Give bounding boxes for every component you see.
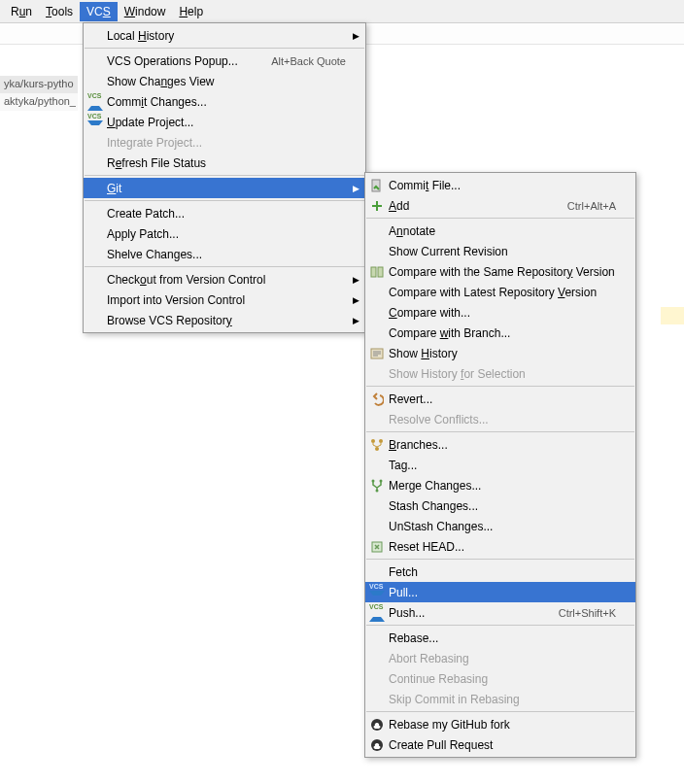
vcs-menu-item-apply-patch[interactable]: Apply Patch... <box>84 223 365 244</box>
vcs-menu-item-vcs-operations-popup[interactable]: VCS Operations Popup...Alt+Back Quote <box>84 51 365 71</box>
menu-item-label: Compare with Latest Repository Version <box>389 286 616 299</box>
git-menu-item-compare-with-latest-repository-version[interactable]: Compare with Latest Repository Version <box>365 282 635 302</box>
git-menu-item-pull[interactable]: VCSPull... <box>365 582 635 602</box>
vcs-menu-item-import-into-version-control[interactable]: Import into Version Control▶ <box>84 290 365 310</box>
submenu-arrow-icon: ▶ <box>353 295 359 305</box>
menu-item-label: Shelve Changes... <box>107 248 346 261</box>
svg-point-8 <box>380 479 383 482</box>
menu-item-label: Skip Commit in Rebasing <box>389 693 616 706</box>
menu-separator <box>366 711 634 712</box>
menu-item-label: Rebase my GitHub fork <box>389 718 616 732</box>
menu-item-label: Tag... <box>389 459 616 472</box>
file-tab[interactable]: aktyka/python_ <box>0 93 78 111</box>
vcs-menu-item-refresh-file-status[interactable]: Refresh File Status <box>84 153 365 173</box>
menubar-item-help[interactable]: Help <box>172 2 210 21</box>
git-menu-item-push[interactable]: VCSPush...Ctrl+Shift+K <box>365 602 635 623</box>
menu-item-label: Push... <box>389 606 559 620</box>
vcs-menu-item-git[interactable]: Git▶ <box>84 178 365 198</box>
menu-item-label: Commit Changes... <box>107 95 346 109</box>
menu-item-label: Annotate <box>389 224 616 238</box>
vcs-menu-item-show-changes-view[interactable]: Show Changes View <box>84 71 365 91</box>
svg-point-4 <box>371 439 375 443</box>
git-menu-item-rebase[interactable]: Rebase... <box>365 628 635 648</box>
git-menu-item-abort-rebasing: Abort Rebasing <box>365 648 635 668</box>
pull-icon: VCS <box>369 583 385 601</box>
vcs-menu-item-checkout-from-version-control[interactable]: Checkout from Version Control▶ <box>84 269 365 290</box>
menu-item-label: Revert... <box>389 392 616 406</box>
svg-point-7 <box>372 479 375 482</box>
menu-item-label: Show History for Selection <box>389 367 616 381</box>
vcs-menu-item-browse-vcs-repository[interactable]: Browse VCS Repository▶ <box>84 310 365 330</box>
menubar: RunToolsVCSWindowHelp <box>0 0 684 23</box>
menu-item-label: Compare with Branch... <box>389 326 616 340</box>
merge-icon <box>370 479 384 493</box>
git-menu-item-rebase-my-github-fork[interactable]: Rebase my GitHub fork <box>365 714 635 734</box>
menu-separator <box>366 559 634 560</box>
compare-icon <box>370 265 384 279</box>
git-menu-item-add[interactable]: AddCtrl+Alt+A <box>365 195 635 216</box>
menubar-item-vcs[interactable]: VCS <box>80 2 118 21</box>
vcs-menu-item-commit-changes[interactable]: VCSCommit Changes... <box>84 91 365 112</box>
reset-icon <box>370 540 384 554</box>
submenu-arrow-icon: ▶ <box>353 184 359 193</box>
menu-separator <box>366 625 634 626</box>
git-menu-item-compare-with[interactable]: Compare with... <box>365 302 635 323</box>
revert-icon <box>370 392 384 406</box>
vcs-menu-item-create-patch[interactable]: Create Patch... <box>84 203 365 223</box>
menu-item-label: Branches... <box>389 438 616 452</box>
git-menu-item-skip-commit-in-rebasing: Skip Commit in Rebasing <box>365 689 635 709</box>
menu-shortcut: Ctrl+Shift+K <box>559 607 616 619</box>
github-icon <box>370 718 384 732</box>
git-menu-item-show-history[interactable]: Show History <box>365 343 635 363</box>
menu-item-label: Import into Version Control <box>107 293 346 307</box>
menu-item-label: Local History <box>107 29 346 43</box>
update-icon: VCS <box>87 113 103 131</box>
git-menu-item-tag[interactable]: Tag... <box>365 455 635 475</box>
menu-item-label: Add <box>389 199 567 213</box>
menu-item-label: Show Changes View <box>107 75 346 88</box>
menu-item-label: Resolve Conflicts... <box>389 413 616 426</box>
git-menu-item-show-current-revision[interactable]: Show Current Revision <box>365 241 635 261</box>
menubar-item-window[interactable]: Window <box>118 2 173 21</box>
vcs-menu-item-shelve-changes[interactable]: Shelve Changes... <box>84 244 365 264</box>
git-menu-item-revert[interactable]: Revert... <box>365 389 635 409</box>
menu-item-label: Compare with... <box>389 306 616 320</box>
vcs-menu-item-integrate-project: Integrate Project... <box>84 132 365 153</box>
file-tab[interactable]: yka/kurs-pytho <box>0 76 78 93</box>
vcs-dropdown-menu: Local History▶VCS Operations Popup...Alt… <box>83 22 366 333</box>
vcs-menu-item-update-project[interactable]: VCSUpdate Project... <box>84 112 365 132</box>
git-menu-item-fetch[interactable]: Fetch <box>365 562 635 582</box>
git-menu-item-annotate[interactable]: Annotate <box>365 221 635 241</box>
menu-item-label: Update Project... <box>107 116 346 129</box>
menu-item-label: Abort Rebasing <box>389 652 616 665</box>
editor-highlight <box>661 307 684 324</box>
menu-separator <box>85 175 364 176</box>
vcs-menu-item-local-history[interactable]: Local History▶ <box>84 25 365 46</box>
menu-item-label: Git <box>107 182 346 195</box>
menubar-item-tools[interactable]: Tools <box>39 2 80 21</box>
git-menu-item-compare-with-branch[interactable]: Compare with Branch... <box>365 323 635 343</box>
add-icon <box>370 199 384 213</box>
svg-rect-1 <box>371 267 376 277</box>
menu-item-label: Browse VCS Repository <box>107 314 346 327</box>
menu-item-label: Stash Changes... <box>389 499 616 513</box>
git-menu-item-stash-changes[interactable]: Stash Changes... <box>365 495 635 516</box>
menu-item-label: Create Patch... <box>107 207 346 221</box>
git-menu-item-commit-file[interactable]: Commit File... <box>365 175 635 195</box>
git-menu-item-compare-with-the-same-repository-version[interactable]: Compare with the Same Repository Version <box>365 261 635 282</box>
git-menu-item-show-history-for-selection: Show History for Selection <box>365 363 635 384</box>
git-menu-item-merge-changes[interactable]: Merge Changes... <box>365 475 635 495</box>
menu-item-label: Integrate Project... <box>107 136 346 150</box>
push-icon: VCS <box>369 603 385 622</box>
git-menu-item-unstash-changes[interactable]: UnStash Changes... <box>365 516 635 536</box>
git-menu-item-reset-head[interactable]: Reset HEAD... <box>365 536 635 557</box>
menubar-item-run[interactable]: Run <box>4 2 39 21</box>
menu-item-label: Show Current Revision <box>389 245 616 258</box>
git-menu-item-branches[interactable]: Branches... <box>365 434 635 455</box>
menu-item-label: Show History <box>389 347 616 360</box>
submenu-arrow-icon: ▶ <box>353 31 359 41</box>
git-menu-item-create-pull-request[interactable]: Create Pull Request <box>365 734 635 755</box>
menu-item-label: UnStash Changes... <box>389 520 616 533</box>
commit-file-icon <box>370 179 384 192</box>
menu-shortcut: Alt+Back Quote <box>271 55 346 67</box>
